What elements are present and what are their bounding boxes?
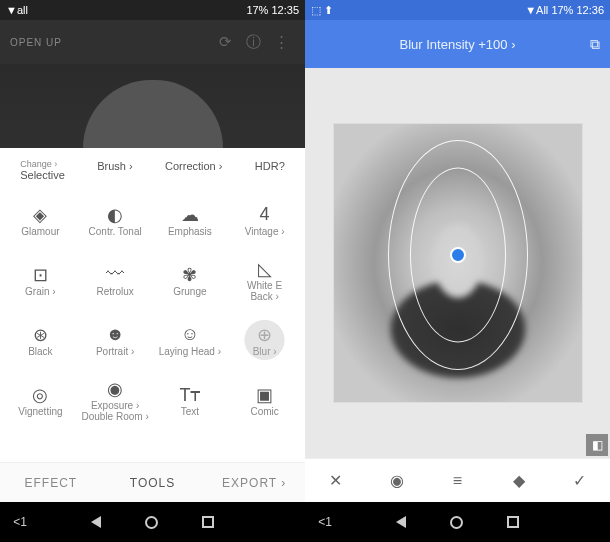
nav-home-icon[interactable]: [450, 516, 463, 529]
tool-black[interactable]: ⊛Black: [4, 311, 77, 369]
left-pane: ▼all 17% 12:35 OPEN UP ⟳ ⓘ ⋮ Change › Se…: [0, 0, 305, 542]
compare-icon[interactable]: ⧉: [590, 36, 600, 53]
tool-icon: ◺: [258, 258, 272, 280]
tool-text[interactable]: TᴛText: [154, 371, 227, 429]
tool-icon: 〰: [106, 264, 124, 286]
focus-center-handle[interactable]: [450, 247, 466, 263]
editor-toolbar: ✕ ◉ ≡ ◆ ✓: [305, 458, 610, 502]
tool-icon: ⊕: [257, 324, 272, 346]
tool-vignetting[interactable]: ◎Vignetting: [4, 371, 77, 429]
tab-export[interactable]: EXPORT ›: [203, 463, 305, 502]
status-carrier: ▼All: [525, 4, 548, 16]
tool-label: Text: [181, 406, 199, 417]
tool-icon: ⊡: [33, 264, 48, 286]
tool-icon: ⊛: [33, 324, 48, 346]
nav-back-icon[interactable]: [396, 516, 406, 529]
tool-glamour[interactable]: ◈Glamour: [4, 191, 77, 249]
tool-correction[interactable]: Correction ›: [165, 160, 222, 181]
tool-label: Black: [28, 346, 52, 357]
tool-icon: ▣: [256, 384, 273, 406]
nav-home-icon[interactable]: [145, 516, 158, 529]
tool-vintage[interactable]: 4Vintage ›: [228, 191, 301, 249]
tool-selective[interactable]: Change › Selective: [20, 160, 65, 181]
layers-icon[interactable]: ⟳: [211, 33, 239, 51]
tool-laying[interactable]: ☺Laying Head ›: [154, 311, 227, 369]
tool-row-top: Change › Selective Brush › Correction › …: [4, 154, 301, 191]
tool-retrolux[interactable]: 〰Retrolux: [79, 251, 152, 309]
status-time: 12:36: [576, 4, 604, 16]
app-topbar: OPEN UP ⟳ ⓘ ⋮: [0, 20, 305, 64]
status-bar: ⬚ ⬆ ▼All 17% 12:36: [305, 0, 610, 20]
tool-portrait[interactable]: ☻Portrait ›: [79, 311, 152, 369]
tools-panel: Change › Selective Brush › Correction › …: [0, 148, 305, 462]
info-icon[interactable]: ⓘ: [239, 33, 267, 52]
tab-tools[interactable]: TOOLS: [102, 463, 204, 502]
editor-header: Blur Intensity +100 › ⧉: [305, 20, 610, 68]
editor-canvas[interactable]: ◧: [305, 68, 610, 458]
shape-button[interactable]: ◉: [366, 459, 427, 502]
tool-label: Vintage ›: [245, 226, 285, 237]
photo-preview: [0, 64, 305, 148]
bookmark-icon[interactable]: ◧: [586, 434, 608, 456]
transition-button[interactable]: ◆: [488, 459, 549, 502]
android-nav: <1: [305, 502, 610, 542]
tool-label: Contr. Tonal: [89, 226, 142, 237]
tool-icon: ◐: [107, 204, 123, 226]
tool-contr.[interactable]: ◐Contr. Tonal: [79, 191, 152, 249]
tool-label: Retrolux: [97, 286, 134, 297]
nav-back-icon[interactable]: [91, 516, 101, 529]
photo[interactable]: [333, 123, 583, 403]
right-pane: ⬚ ⬆ ▼All 17% 12:36 Blur Intensity +100 ›…: [305, 0, 610, 542]
tool-icon: ☺: [181, 324, 199, 346]
tool-label: Grunge: [173, 286, 206, 297]
nav-recent-icon[interactable]: [202, 516, 214, 529]
tool-label: Glamour: [21, 226, 59, 237]
tool-icon: ◎: [32, 384, 48, 406]
tool-icon: ☻: [106, 324, 125, 346]
status-bar: ▼all 17% 12:35: [0, 0, 305, 20]
tool-label: Grain ›: [25, 286, 56, 297]
tab-effect[interactable]: EFFECT: [0, 463, 102, 502]
nav-counter: <1: [305, 515, 345, 529]
status-battery: 17%: [551, 4, 573, 16]
tool-icon: ◉: [107, 378, 123, 400]
tool-label: Portrait ›: [96, 346, 134, 357]
adjust-button[interactable]: ≡: [427, 459, 488, 502]
nav-counter: <1: [0, 515, 40, 529]
tool-label: Vignetting: [18, 406, 62, 417]
status-battery: 17%: [246, 4, 268, 16]
tool-grain[interactable]: ⊡Grain ›: [4, 251, 77, 309]
tool-hdr[interactable]: HDR?: [255, 160, 285, 181]
tool-label: Emphasis: [168, 226, 212, 237]
blur-intensity-label: Blur Intensity +100 ›: [400, 37, 516, 52]
tool-blur[interactable]: ⊕Blur ›: [228, 311, 301, 369]
tool-icon: 4: [260, 204, 270, 226]
bottom-tabs: EFFECT TOOLS EXPORT ›: [0, 462, 305, 502]
nav-recent-icon[interactable]: [507, 516, 519, 529]
tool-emphasis[interactable]: ☁Emphasis: [154, 191, 227, 249]
status-carrier: ▼all: [6, 4, 28, 16]
tool-label: White E Back ›: [247, 280, 282, 302]
tool-label: Laying Head ›: [159, 346, 221, 357]
tool-comic[interactable]: ▣Comic: [228, 371, 301, 429]
tool-icon: ☁: [181, 204, 199, 226]
tool-icon: ◈: [33, 204, 47, 226]
open-label[interactable]: OPEN UP: [10, 37, 62, 48]
tool-icon: ✾: [182, 264, 197, 286]
tool-grid: ◈Glamour◐Contr. Tonal☁Emphasis4Vintage ›…: [4, 191, 301, 429]
tool-label: Exposure › Double Room ›: [81, 400, 148, 422]
upload-icon: ⬚ ⬆: [311, 4, 333, 17]
preview-head: [83, 80, 223, 148]
tool-grunge[interactable]: ✾Grunge: [154, 251, 227, 309]
status-time: 12:35: [271, 4, 299, 16]
tool-white[interactable]: ◺White E Back ›: [228, 251, 301, 309]
tool-brush[interactable]: Brush ›: [97, 160, 132, 181]
tool-label: Blur ›: [253, 346, 277, 357]
cancel-button[interactable]: ✕: [305, 459, 366, 502]
menu-icon[interactable]: ⋮: [267, 33, 295, 51]
android-nav: <1: [0, 502, 305, 542]
tool-exposure[interactable]: ◉Exposure › Double Room ›: [79, 371, 152, 429]
tool-icon: Tᴛ: [179, 384, 200, 406]
apply-button[interactable]: ✓: [549, 459, 610, 502]
tool-label: Comic: [250, 406, 278, 417]
